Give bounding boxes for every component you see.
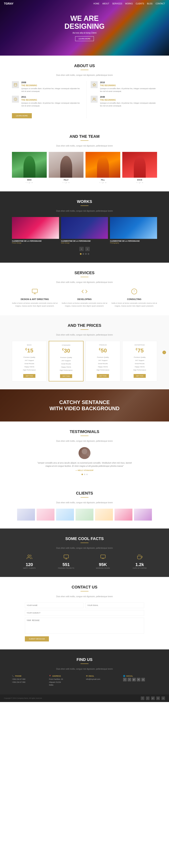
work-image-2 — [110, 217, 157, 239]
work-card-1[interactable]: CLEMENTINE DE LA FERONNAISE Web Design — [61, 217, 108, 244]
nav-works[interactable]: WORKS — [125, 3, 133, 5]
findus-tw-icon[interactable]: t — [128, 678, 131, 681]
findus-fb-icon[interactable]: f — [123, 678, 126, 681]
contact-submit-button[interactable]: SUBMIT MESSAGE — [25, 636, 49, 642]
footer-in-icon[interactable]: in — [156, 696, 160, 700]
about-item-text-1: Quisque ut convallis diam. Id pulvinar l… — [100, 87, 157, 93]
team-social-3: f t g+ in — [122, 182, 157, 183]
about-item-title-1: THE BEGINNING — [100, 84, 157, 87]
contact-name-input[interactable] — [25, 602, 84, 608]
service-item-0: DESIGN & ART DIRECTING Nulla is lorem at… — [12, 288, 58, 307]
findus-value-2: info@mymail.com — [86, 678, 120, 681]
team-social-fb-2[interactable]: f — [100, 182, 100, 183]
nav-home[interactable]: HOME — [93, 3, 100, 5]
svg-point-8 — [80, 455, 89, 459]
service-title-0: DESIGN & ART DIRECTING — [12, 298, 58, 300]
fact-label-3: CUPS OF COFFEE — [122, 567, 157, 569]
price-button-2[interactable]: GET THIS — [97, 374, 109, 378]
work-cat-0: Photo Design — [12, 242, 59, 244]
team-title: AND THE TEAM — [12, 134, 157, 139]
clients-subtitle: Duis ehen velit mollis, congue nisl dign… — [12, 501, 157, 504]
about-item-title-3: THE BEGINNING — [100, 99, 157, 101]
works-dot-3[interactable] — [88, 253, 89, 255]
nav-blog[interactable]: BLOG — [147, 3, 153, 5]
nav-services[interactable]: SERVICES — [112, 3, 122, 5]
findus-gp-icon[interactable]: g+ — [132, 678, 136, 681]
service-icon-2 — [111, 288, 157, 296]
about-icon-3 — [91, 96, 97, 103]
svg-rect-3 — [32, 289, 37, 293]
contact-message-input[interactable] — [25, 618, 144, 633]
nav-about[interactable]: ABOUT — [103, 3, 109, 5]
team-social-in-0[interactable]: in — [32, 182, 33, 183]
hero-cta-button[interactable]: LEARN MORE — [75, 36, 94, 41]
fact-item-3: 1.2k CUPS OF COFFEE — [122, 554, 157, 569]
testimonial-avatar — [79, 447, 90, 459]
works-prev-button[interactable]: ‹ — [79, 247, 84, 251]
nav-contact[interactable]: CONTACT — [156, 3, 165, 5]
site-logo[interactable]: TGRAY — [4, 2, 13, 5]
price-button-3[interactable]: GET THIS — [134, 374, 146, 378]
price-button-0[interactable]: GET THIS — [23, 374, 35, 378]
nav-clients[interactable]: CLIENTS — [136, 3, 144, 5]
fact-label-2: WORKING HOURS — [85, 567, 120, 569]
team-section: AND THE TEAM Duis ehen velit mollis, con… — [0, 126, 169, 191]
works-dot-2[interactable] — [85, 253, 87, 255]
team-social-in-3[interactable]: in — [142, 182, 143, 183]
team-card-1: FILLY f t g+ in — [49, 152, 84, 183]
about-learn-more-button[interactable]: LEARN MORE — [12, 113, 32, 118]
svg-point-7 — [82, 449, 87, 454]
findus-value-0: +356 234 67 890 +356 234 67 890 — [12, 678, 46, 684]
team-social-gp-3[interactable]: g+ — [139, 182, 141, 183]
services-section: SERVICES Duis ehen velit mollis, congue … — [0, 263, 169, 315]
footer-gp-icon[interactable]: g+ — [151, 696, 155, 700]
testimonial-dot-2[interactable] — [86, 474, 88, 475]
findus-in-icon[interactable]: in — [137, 678, 140, 681]
team-social-in-2[interactable]: in — [105, 182, 106, 183]
prices-title: AND THE PRICES — [12, 323, 157, 328]
findus-label-3: 🌐 SOCIAL — [123, 675, 157, 677]
services-subtitle: Duis ehen velit mollis, congue nisl dign… — [12, 281, 157, 283]
team-social-gp-0[interactable]: g+ — [29, 182, 31, 183]
client-logo-1 — [36, 509, 54, 521]
contact-email-input[interactable] — [85, 602, 144, 608]
prices-next-arrow[interactable]: › — [163, 351, 166, 354]
service-icon-0 — [12, 288, 58, 296]
works-dot-1[interactable] — [83, 253, 84, 255]
findus-pin-icon[interactable]: p — [141, 678, 145, 681]
work-title-0: CLEMENTINE DE LA FERONNAISE — [12, 240, 59, 242]
testimonial-name-0: — NELLY ATANASOF — [12, 469, 157, 471]
work-card-0[interactable]: CLEMENTINE DE LA FERONNAISE Photo Design — [12, 217, 59, 244]
team-social-gp-2[interactable]: g+ — [103, 182, 104, 183]
price-button-1[interactable]: GET THIS — [60, 374, 72, 378]
footer-fb-icon[interactable]: f — [141, 696, 144, 700]
team-social-tw-2[interactable]: t — [101, 182, 101, 183]
footer-tw-icon[interactable]: t — [146, 696, 149, 700]
footer-pin-icon[interactable]: p — [162, 696, 165, 700]
location-icon: 📍 — [49, 675, 51, 677]
team-social-tw-3[interactable]: t — [138, 182, 138, 183]
team-social-1: f t g+ in — [49, 182, 84, 183]
testimonial-dot-1[interactable] — [84, 474, 85, 475]
work-card-2[interactable]: CLEMENTINE DE LA FERONNAISE Photography — [110, 217, 157, 244]
works-next-button[interactable]: › — [85, 247, 90, 251]
facts-subtitle: Duis ehen velit mollis, congue nisl dign… — [12, 547, 157, 549]
works-navigation: ‹ › — [12, 247, 157, 251]
team-social-fb-3[interactable]: f — [136, 182, 137, 183]
team-social-tw-0[interactable]: t — [27, 182, 28, 183]
video-title: CATCHY SENTANCE WITH VIDEO BACKGROUND — [12, 399, 157, 411]
testimonial-dot-0[interactable] — [82, 474, 83, 475]
team-social-tw-1[interactable]: t — [64, 182, 64, 183]
email-icon: ✉ — [86, 675, 88, 677]
team-social-fb-0[interactable]: f — [26, 182, 26, 183]
fact-item-2: 95K WORKING HOURS — [85, 554, 120, 569]
works-dot-0[interactable] — [80, 253, 82, 255]
services-grid: DESIGN & ART DIRECTING Nulla is lorem at… — [12, 288, 157, 307]
price-card-3: ENTERPRISE €75 Premium Quality 24/7 Supp… — [122, 341, 157, 381]
findus-social-links: f t g+ in p — [123, 678, 157, 681]
team-social-gp-1[interactable]: g+ — [66, 182, 67, 183]
contact-subject-input[interactable] — [25, 610, 144, 616]
about-icon-1 — [91, 81, 97, 88]
team-social-in-1[interactable]: in — [68, 182, 69, 183]
team-social-fb-1[interactable]: f — [63, 182, 63, 183]
